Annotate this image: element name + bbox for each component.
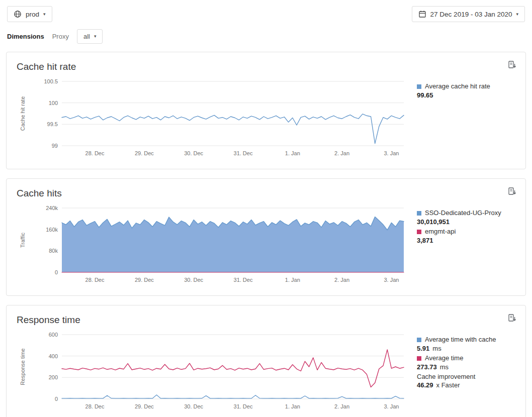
chevron-down-icon: ▾ bbox=[43, 12, 46, 17]
svg-text:31. Dec: 31. Dec bbox=[234, 277, 253, 283]
legend-item[interactable]: Cache improvement46.29x Faster bbox=[417, 373, 496, 390]
legend-swatch-icon bbox=[417, 338, 421, 342]
legend-item[interactable]: Average cache hit rate99.65 bbox=[417, 82, 490, 100]
card-title: Response time bbox=[17, 315, 515, 326]
card-cache-hit-rate: Cache hit rate 9999.5100100.528. Dec29. … bbox=[6, 52, 526, 169]
svg-text:1. Jan: 1. Jan bbox=[285, 277, 300, 283]
cache-hits-chart: 080k160k240k28. Dec29. Dec30. Dec31. Dec… bbox=[17, 202, 409, 289]
legend-value-unit: ms bbox=[440, 363, 449, 371]
globe-icon bbox=[14, 10, 22, 18]
cache-hit-rate-chart: 9999.5100100.528. Dec29. Dec30. Dec31. D… bbox=[17, 75, 409, 163]
svg-text:160k: 160k bbox=[46, 227, 58, 233]
export-report-button[interactable] bbox=[506, 312, 517, 324]
svg-text:100: 100 bbox=[49, 100, 58, 106]
card-title: Cache hit rate bbox=[17, 61, 515, 72]
legend-value: 99.65 bbox=[417, 91, 433, 99]
svg-text:2. Jan: 2. Jan bbox=[334, 150, 349, 156]
legend-value-unit: x Faster bbox=[436, 381, 460, 389]
legend-item[interactable]: emgmt-api3,871 bbox=[417, 228, 501, 245]
legend-item[interactable]: SSO-Dedicated-UG-Proxy30,010,951 bbox=[417, 209, 501, 227]
svg-text:2. Jan: 2. Jan bbox=[334, 403, 349, 409]
cache-hit-rate-legend: Average cache hit rate99.65 bbox=[409, 75, 490, 163]
svg-text:100.5: 100.5 bbox=[44, 78, 58, 84]
svg-text:99: 99 bbox=[52, 143, 58, 149]
dimensions-bar: Dimensions Proxy all ▾ bbox=[0, 26, 532, 52]
svg-text:29. Dec: 29. Dec bbox=[135, 277, 154, 283]
svg-text:Cache hit rate: Cache hit rate bbox=[20, 96, 26, 131]
svg-text:2. Jan: 2. Jan bbox=[334, 277, 349, 283]
legend-label: Average cache hit rate bbox=[425, 82, 490, 91]
svg-text:Traffic: Traffic bbox=[20, 233, 26, 248]
svg-text:29. Dec: 29. Dec bbox=[135, 403, 154, 409]
svg-text:30. Dec: 30. Dec bbox=[184, 277, 203, 283]
svg-text:28. Dec: 28. Dec bbox=[85, 150, 105, 156]
legend-value: 273.73 bbox=[417, 363, 437, 371]
legend-value: 46.29 bbox=[417, 381, 433, 389]
legend-value: 5.91 bbox=[417, 345, 429, 352]
svg-text:3. Jan: 3. Jan bbox=[384, 403, 399, 409]
svg-text:0: 0 bbox=[55, 396, 58, 402]
svg-text:400: 400 bbox=[49, 353, 58, 359]
svg-text:200: 200 bbox=[49, 374, 58, 380]
calendar-icon bbox=[418, 10, 426, 18]
svg-text:28. Dec: 28. Dec bbox=[85, 277, 105, 283]
proxy-select-value: all bbox=[83, 33, 90, 40]
svg-text:99.5: 99.5 bbox=[47, 121, 58, 127]
legend-value: 30,010,951 bbox=[417, 218, 450, 226]
svg-text:31. Dec: 31. Dec bbox=[234, 403, 253, 409]
legend-label: Average time bbox=[425, 354, 463, 363]
response-time-legend: Average time with cache5.91msAverage tim… bbox=[409, 329, 496, 416]
legend-swatch-icon bbox=[417, 84, 421, 89]
proxy-label: Proxy bbox=[52, 33, 69, 40]
topbar: prod ▾ 27 Dec 2019 - 03 Jan 2020 ▾ bbox=[0, 0, 532, 26]
svg-text:3. Jan: 3. Jan bbox=[384, 277, 399, 283]
svg-text:1. Jan: 1. Jan bbox=[285, 150, 300, 156]
legend-item[interactable]: Average time with cache5.91ms bbox=[417, 336, 496, 353]
legend-swatch-icon bbox=[417, 230, 421, 234]
svg-text:28. Dec: 28. Dec bbox=[85, 403, 105, 409]
date-range-label: 27 Dec 2019 - 03 Jan 2020 bbox=[430, 11, 512, 18]
cache-hits-legend: SSO-Dedicated-UG-Proxy30,010,951emgmt-ap… bbox=[409, 202, 501, 289]
environment-selector[interactable]: prod ▾ bbox=[7, 6, 52, 22]
svg-text:Response time: Response time bbox=[20, 348, 26, 385]
svg-text:3. Jan: 3. Jan bbox=[384, 150, 399, 156]
svg-text:240k: 240k bbox=[46, 205, 58, 211]
export-report-icon bbox=[507, 60, 516, 69]
svg-text:30. Dec: 30. Dec bbox=[184, 403, 203, 409]
legend-label: Cache improvement bbox=[417, 373, 475, 381]
svg-text:30. Dec: 30. Dec bbox=[184, 150, 203, 156]
card-response-time: Response time 020040060028. Dec29. Dec30… bbox=[6, 305, 526, 417]
legend-value-unit: ms bbox=[432, 345, 441, 352]
dimensions-label: Dimensions bbox=[7, 33, 44, 40]
legend-value: 3,871 bbox=[417, 237, 433, 244]
card-cache-hits: Cache hits 080k160k240k28. Dec29. Dec30.… bbox=[6, 178, 526, 296]
legend-swatch-icon bbox=[417, 356, 421, 361]
environment-label: prod bbox=[26, 11, 39, 18]
svg-text:29. Dec: 29. Dec bbox=[135, 150, 154, 156]
svg-text:1. Jan: 1. Jan bbox=[285, 403, 300, 409]
legend-label: Average time with cache bbox=[425, 336, 496, 344]
legend-label: SSO-Dedicated-UG-Proxy bbox=[425, 209, 501, 218]
svg-text:600: 600 bbox=[49, 332, 58, 338]
svg-text:0: 0 bbox=[55, 269, 58, 275]
export-report-icon bbox=[507, 314, 516, 323]
export-report-button[interactable] bbox=[506, 186, 517, 197]
legend-item[interactable]: Average time273.73ms bbox=[417, 354, 496, 372]
date-range-picker[interactable]: 27 Dec 2019 - 03 Jan 2020 ▾ bbox=[412, 6, 525, 22]
svg-text:31. Dec: 31. Dec bbox=[234, 150, 253, 156]
export-report-button[interactable] bbox=[506, 59, 517, 70]
chevron-down-icon: ▾ bbox=[516, 12, 518, 17]
svg-text:80k: 80k bbox=[49, 248, 58, 254]
export-report-icon bbox=[507, 187, 516, 196]
proxy-select[interactable]: all ▾ bbox=[77, 29, 103, 44]
response-time-chart: 020040060028. Dec29. Dec30. Dec31. Dec1.… bbox=[17, 329, 409, 416]
card-title: Cache hits bbox=[17, 188, 515, 199]
chevron-down-icon: ▾ bbox=[94, 34, 97, 39]
legend-swatch-icon bbox=[417, 211, 421, 216]
legend-label: emgmt-api bbox=[425, 228, 456, 236]
